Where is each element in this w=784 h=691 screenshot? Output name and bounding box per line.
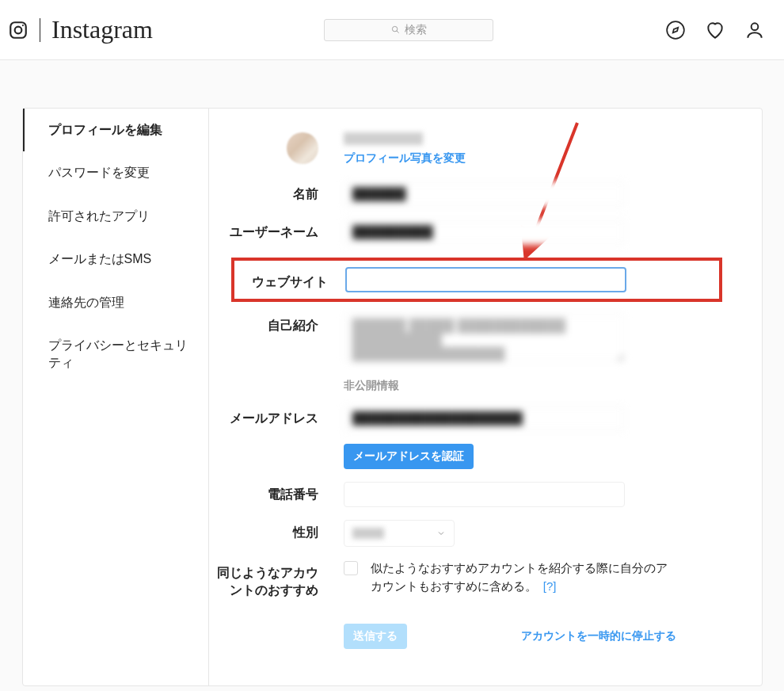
label-phone: 電話番号 xyxy=(209,482,344,503)
bio-textarea[interactable]: ██████ █████ ████████████ ██████████ ███… xyxy=(344,313,625,362)
search-placeholder: 検索 xyxy=(405,23,427,37)
svg-point-2 xyxy=(22,24,24,25)
activity-heart-icon[interactable] xyxy=(705,20,725,40)
label-similar: 同じようなアカウントのおすすめ xyxy=(209,559,344,600)
profile-icon[interactable] xyxy=(744,20,765,40)
logo-divider xyxy=(40,18,40,42)
gender-select[interactable] xyxy=(344,520,455,547)
deactivate-account-link[interactable]: アカウントを一時的に停止する xyxy=(521,629,676,643)
submit-button[interactable]: 送信する xyxy=(344,624,407,649)
explore-icon[interactable] xyxy=(665,20,686,40)
sidebar-item-privacy-security[interactable]: プライバシーとセキュリティ xyxy=(23,324,208,385)
sidebar-item-authorized-apps[interactable]: 許可されたアプリ xyxy=(23,195,208,238)
svg-marker-6 xyxy=(673,27,679,32)
help-link[interactable]: [?] xyxy=(543,579,557,593)
private-info-heading: 非公開情報 xyxy=(344,379,399,391)
search-icon xyxy=(391,25,400,34)
change-photo-link[interactable]: プロフィール写真を変更 xyxy=(344,151,466,166)
name-input[interactable] xyxy=(344,181,625,207)
svg-point-3 xyxy=(392,26,397,31)
label-name: 名前 xyxy=(209,181,344,203)
svg-point-5 xyxy=(667,21,684,39)
avatar[interactable] xyxy=(287,132,318,164)
label-gender: 性別 xyxy=(209,520,344,541)
chevron-down-icon xyxy=(436,529,446,538)
label-website: ウェブサイト xyxy=(242,269,345,291)
similar-accounts-text: 似たようなおすすめアカウントを紹介する際に自分のアカウントもおすすめに含める。 … xyxy=(358,559,676,595)
svg-rect-0 xyxy=(10,22,26,38)
label-username: ユーザーネーム xyxy=(209,220,344,241)
similar-accounts-checkbox[interactable] xyxy=(344,561,358,575)
settings-sidebar: プロフィールを編集 パスワードを変更 許可されたアプリ メールまたはSMS 連絡… xyxy=(23,109,209,685)
verify-email-button[interactable]: メールアドレスを認証 xyxy=(344,444,474,469)
settings-content: プロフィール写真を変更 名前 ユーザーネーム ウェブサイト xyxy=(209,109,762,685)
label-email: メールアドレス xyxy=(209,406,344,427)
logo-block[interactable]: Instagram xyxy=(8,15,153,44)
sidebar-item-change-password[interactable]: パスワードを変更 xyxy=(23,151,208,194)
phone-input[interactable] xyxy=(344,482,625,507)
svg-line-4 xyxy=(397,31,399,33)
top-navigation: Instagram 検索 xyxy=(0,0,784,60)
website-highlight-box: ウェブサイト xyxy=(231,258,722,302)
svg-point-1 xyxy=(15,26,22,33)
svg-point-7 xyxy=(752,23,759,30)
label-bio: 自己紹介 xyxy=(209,313,344,334)
website-input[interactable] xyxy=(345,267,626,292)
brand-wordmark: Instagram xyxy=(51,15,153,44)
sidebar-item-edit-profile[interactable]: プロフィールを編集 xyxy=(23,109,208,151)
gender-value xyxy=(352,528,384,539)
instagram-icon xyxy=(8,20,29,40)
profile-username-display xyxy=(344,132,423,145)
email-input[interactable] xyxy=(344,406,625,431)
settings-container: プロフィールを編集 パスワードを変更 許可されたアプリ メールまたはSMS 連絡… xyxy=(22,108,763,686)
username-input[interactable] xyxy=(344,220,625,245)
search-input[interactable]: 検索 xyxy=(324,19,493,41)
sidebar-item-manage-contacts[interactable]: 連絡先の管理 xyxy=(23,281,208,324)
sidebar-item-email-sms[interactable]: メールまたはSMS xyxy=(23,238,208,281)
